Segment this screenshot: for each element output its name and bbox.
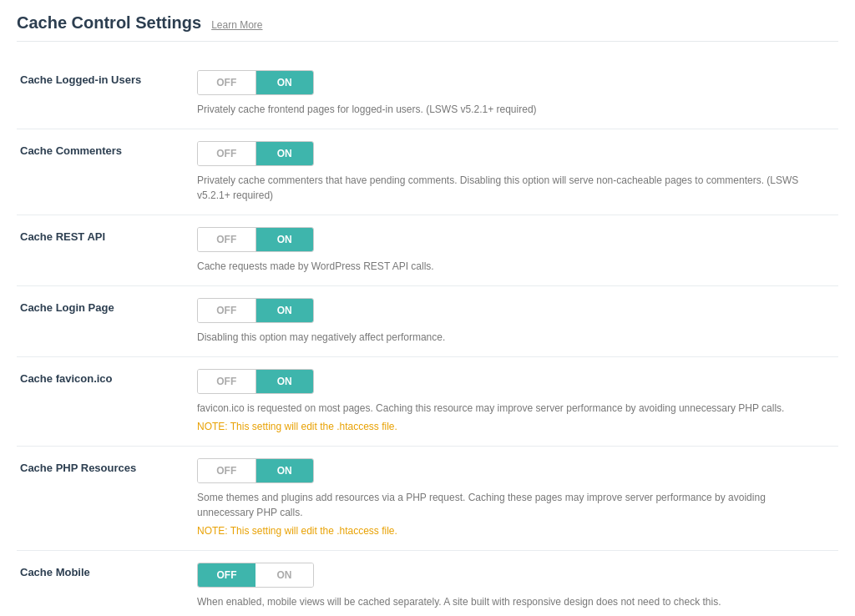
- setting-label-cache-logged-in-users: Cache Logged-in Users: [17, 58, 184, 129]
- toggle-switch-cache-login-page[interactable]: OFFON: [197, 298, 314, 323]
- setting-label-cache-php-resources: Cache PHP Resources: [17, 447, 184, 551]
- toggle-switch-cache-logged-in-users[interactable]: OFFON: [197, 70, 314, 95]
- toggle-container-cache-mobile: OFFON: [197, 563, 825, 588]
- toggle-off-cache-logged-in-users[interactable]: OFF: [198, 71, 256, 94]
- setting-label-cache-favicon: Cache favicon.ico: [17, 357, 184, 447]
- toggle-switch-cache-rest-api[interactable]: OFFON: [197, 227, 314, 252]
- settings-row: Cache Login PageOFFONDisabling this opti…: [17, 286, 838, 357]
- toggle-switch-cache-favicon[interactable]: OFFON: [197, 369, 314, 394]
- toggle-off-cache-php-resources[interactable]: OFF: [198, 459, 256, 482]
- toggle-container-cache-favicon: OFFON: [197, 369, 825, 394]
- setting-label-cache-mobile: Cache Mobile: [17, 551, 184, 617]
- setting-description-cache-php-resources: Some themes and plugins add resources vi…: [197, 490, 825, 520]
- toggle-container-cache-commenters: OFFON: [197, 141, 825, 166]
- setting-note-cache-mobile: NOTE: This setting will edit the .htacce…: [197, 613, 825, 616]
- setting-note-cache-favicon: NOTE: This setting will edit the .htacce…: [197, 419, 825, 434]
- toggle-on-cache-rest-api[interactable]: ON: [256, 228, 314, 251]
- settings-row: Cache PHP ResourcesOFFONSome themes and …: [17, 447, 838, 551]
- toggle-on-cache-logged-in-users[interactable]: ON: [256, 71, 314, 94]
- setting-control-cache-mobile: OFFONWhen enabled, mobile views will be …: [184, 551, 838, 617]
- toggle-on-cache-mobile[interactable]: ON: [255, 563, 313, 587]
- setting-description-cache-mobile: When enabled, mobile views will be cache…: [197, 594, 825, 609]
- setting-label-cache-commenters: Cache Commenters: [17, 129, 184, 215]
- page-header: Cache Control Settings Learn More: [17, 13, 838, 42]
- setting-note-cache-php-resources: NOTE: This setting will edit the .htacce…: [197, 523, 825, 538]
- setting-control-cache-login-page: OFFONDisabling this option may negativel…: [184, 286, 838, 357]
- toggle-on-cache-login-page[interactable]: ON: [256, 299, 314, 322]
- toggle-on-cache-favicon[interactable]: ON: [256, 370, 314, 393]
- toggle-switch-cache-commenters[interactable]: OFFON: [197, 141, 314, 166]
- settings-table: Cache Logged-in UsersOFFONPrivately cach…: [17, 58, 838, 616]
- toggle-off-cache-mobile[interactable]: OFF: [198, 563, 255, 587]
- toggle-off-cache-favicon[interactable]: OFF: [198, 370, 256, 393]
- setting-description-cache-commenters: Privately cache commenters that have pen…: [197, 173, 825, 203]
- settings-row: Cache favicon.icoOFFONfavicon.ico is req…: [17, 357, 838, 447]
- toggle-off-cache-rest-api[interactable]: OFF: [198, 228, 256, 251]
- settings-row: Cache CommentersOFFONPrivately cache com…: [17, 129, 838, 215]
- setting-control-cache-rest-api: OFFONCache requests made by WordPress RE…: [184, 215, 838, 286]
- toggle-switch-cache-mobile[interactable]: OFFON: [197, 563, 314, 588]
- toggle-container-cache-login-page: OFFON: [197, 298, 825, 323]
- page-container: Cache Control Settings Learn More Cache …: [0, 0, 855, 616]
- settings-row: Cache REST APIOFFONCache requests made b…: [17, 215, 838, 286]
- toggle-switch-cache-php-resources[interactable]: OFFON: [197, 458, 314, 483]
- setting-control-cache-favicon: OFFONfavicon.ico is requested on most pa…: [184, 357, 838, 447]
- setting-description-cache-logged-in-users: Privately cache frontend pages for logge…: [197, 102, 825, 117]
- setting-description-cache-favicon: favicon.ico is requested on most pages. …: [197, 401, 825, 416]
- toggle-on-cache-php-resources[interactable]: ON: [256, 459, 314, 482]
- setting-control-cache-php-resources: OFFONSome themes and plugins add resourc…: [184, 447, 838, 551]
- toggle-on-cache-commenters[interactable]: ON: [256, 142, 314, 165]
- setting-control-cache-logged-in-users: OFFONPrivately cache frontend pages for …: [184, 58, 838, 129]
- toggle-container-cache-logged-in-users: OFFON: [197, 70, 825, 95]
- toggle-container-cache-rest-api: OFFON: [197, 227, 825, 252]
- setting-description-cache-login-page: Disabling this option may negatively aff…: [197, 330, 825, 345]
- setting-description-cache-rest-api: Cache requests made by WordPress REST AP…: [197, 259, 825, 274]
- page-title: Cache Control Settings: [17, 13, 201, 33]
- setting-label-cache-rest-api: Cache REST API: [17, 215, 184, 286]
- toggle-container-cache-php-resources: OFFON: [197, 458, 825, 483]
- setting-control-cache-commenters: OFFONPrivately cache commenters that hav…: [184, 129, 838, 215]
- setting-label-cache-login-page: Cache Login Page: [17, 286, 184, 357]
- learn-more-link[interactable]: Learn More: [211, 19, 262, 31]
- toggle-off-cache-login-page[interactable]: OFF: [198, 299, 256, 322]
- toggle-off-cache-commenters[interactable]: OFF: [198, 142, 256, 165]
- settings-row: Cache MobileOFFONWhen enabled, mobile vi…: [17, 551, 838, 617]
- settings-row: Cache Logged-in UsersOFFONPrivately cach…: [17, 58, 838, 129]
